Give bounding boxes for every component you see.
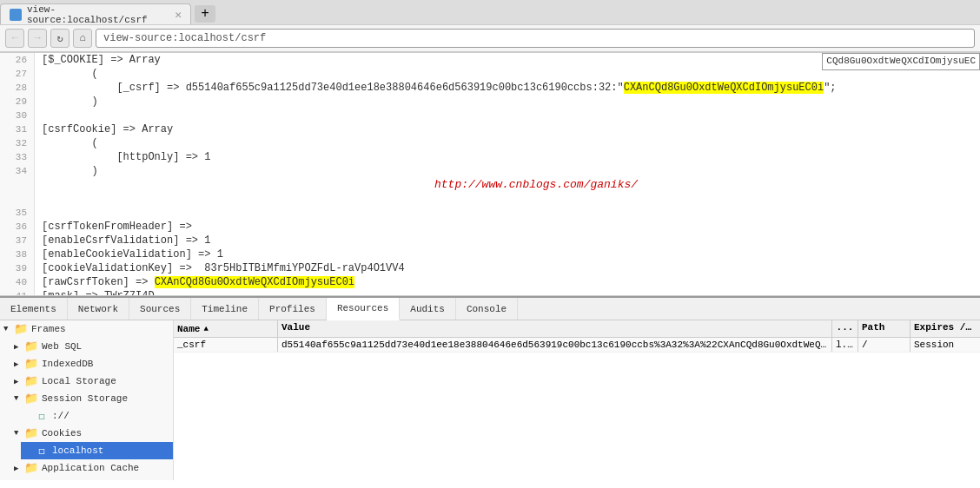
devtools-main: Name ▲ Value ... Path Expires / M... [174, 320, 980, 480]
page-icon: ◻ [35, 444, 49, 458]
tab-network[interactable]: Network [68, 298, 129, 320]
folder-icon: 📁 [24, 461, 38, 475]
tab-resources[interactable]: Resources [327, 298, 400, 320]
cell-value: d55140af655c9a1125dd73e40d1ee18e38804646… [278, 338, 832, 352]
code-line: 40 [rawCsrfToken] => CXAnCQd8Gu0OxdtWeQX… [0, 275, 980, 289]
col-header-expires[interactable]: Expires / M... [910, 320, 980, 337]
arrow-icon [24, 412, 35, 420]
sidebar-item-frames[interactable]: ▼ 📁 Frames [0, 320, 173, 338]
code-area: CQd8Gu0OxdtWeQXCdIOmjysuEC 26 [$_COOKIE]… [0, 53, 980, 296]
devtools-sidebar: ▼ 📁 Frames ▶ 📁 Web SQL ▶ 📁 IndexedDB ▶ 📁… [0, 320, 174, 480]
code-line: 38 [enableCookieValidation] => 1 [0, 247, 980, 261]
arrow-icon: ▶ [14, 377, 24, 386]
code-line: 33 [httpOnly] => 1 [0, 150, 980, 164]
col-header-dots[interactable]: ... [832, 320, 858, 337]
tab-favicon [10, 9, 22, 21]
nav-bar: ← → ↻ ⌂ view-source:localhost/csrf [0, 24, 980, 52]
col-header-name[interactable]: Name ▲ [174, 320, 278, 337]
folder-icon: 📁 [24, 392, 38, 406]
home-button[interactable]: ⌂ [73, 29, 92, 48]
sidebar-label: Cookies [42, 428, 82, 439]
code-line: 34 ) http://www.cnblogs.com/ganiks/ [0, 164, 980, 206]
arrow-icon: ▶ [14, 464, 24, 473]
sidebar-label: Application Cache [42, 463, 139, 473]
cell-dots: l... [832, 338, 858, 352]
search-box[interactable]: CQd8Gu0OxdtWeQXCdIOmjysuEC [822, 53, 980, 70]
new-tab-button[interactable]: + [195, 5, 215, 23]
tab-profiles[interactable]: Profiles [259, 298, 327, 320]
cell-path: / [858, 338, 910, 352]
code-line: 35 [0, 206, 980, 220]
code-content: 26 [$_COOKIE] => Array 27 ( 28 [_csrf] =… [0, 53, 980, 296]
tab-elements[interactable]: Elements [0, 298, 68, 320]
sidebar-label: :// [52, 411, 70, 421]
sidebar-label: Local Storage [42, 376, 116, 386]
highlight-raw-token: CXAnCQd8Gu0OxdtWeQXCdIOmjysuEC0i [155, 276, 354, 288]
code-line: 41 [mask] => TWrZ7I4D [0, 289, 980, 296]
tab-close-button[interactable]: ✕ [175, 8, 182, 22]
sidebar-item-local-storage[interactable]: ▶ 📁 Local Storage [10, 373, 173, 390]
forward-button[interactable]: → [28, 29, 47, 48]
tab-bar: view-source:localhost/csrf ✕ + [0, 0, 980, 24]
browser-chrome: view-source:localhost/csrf ✕ + ← → ↻ ⌂ v… [0, 0, 980, 53]
devtools-tab-bar: Elements Network Sources Timeline Profil… [0, 298, 980, 320]
table-row[interactable]: _csrf d55140af655c9a1125dd73e40d1ee18e38… [174, 338, 980, 353]
page-icon: ◻ [35, 409, 49, 423]
devtools-body: ▼ 📁 Frames ▶ 📁 Web SQL ▶ 📁 IndexedDB ▶ 📁… [0, 320, 980, 480]
back-button[interactable]: ← [5, 29, 24, 48]
code-line: 30 [0, 109, 980, 122]
watermark-text: http://www.cnblogs.com/ganiks/ [434, 178, 638, 192]
reload-button[interactable]: ↻ [50, 29, 70, 48]
code-line: 28 [_csrf] => d55140af655c9a1125dd73e40d… [0, 81, 980, 95]
code-line: 37 [enableCsrfValidation] => 1 [0, 234, 980, 247]
tab-title: view-source:localhost/csrf [27, 4, 166, 25]
folder-icon: 📁 [24, 374, 38, 388]
arrow-icon [24, 446, 35, 455]
folder-icon: 📁 [24, 340, 38, 353]
sidebar-label: Frames [31, 324, 66, 334]
sort-arrow-icon: ▲ [203, 325, 208, 333]
folder-icon: 📁 [24, 426, 38, 440]
sidebar-item-session-item[interactable]: ◻ :// [21, 407, 173, 425]
arrow-icon: ▶ [14, 342, 24, 352]
tab-timeline[interactable]: Timeline [191, 298, 259, 320]
code-line: 31 [csrfCookie] => Array [0, 122, 980, 136]
sidebar-item-cookies[interactable]: ▼ 📁 Cookies [10, 425, 173, 442]
folder-icon: 📁 [14, 322, 28, 336]
cell-name: _csrf [174, 338, 278, 352]
address-bar[interactable]: view-source:localhost/csrf [96, 29, 975, 48]
sidebar-item-indexeddb[interactable]: ▶ 📁 IndexedDB [10, 355, 173, 373]
arrow-icon: ▼ [14, 429, 24, 438]
tab-console[interactable]: Console [456, 298, 518, 320]
search-value: CQd8Gu0OxdtWeQXCdIOmjysuEC [826, 56, 976, 66]
address-text: view-source:localhost/csrf [103, 32, 266, 44]
sidebar-label: Web SQL [42, 341, 82, 352]
tab-audits[interactable]: Audits [400, 298, 456, 320]
arrow-icon: ▼ [14, 394, 24, 403]
code-line: 36 [csrfTokenFromHeader] => [0, 220, 980, 234]
code-line: 39 [cookieValidationKey] => 83r5HbITBiMf… [0, 261, 980, 275]
sidebar-label: Session Storage [42, 393, 128, 404]
arrow-icon: ▶ [14, 359, 24, 369]
devtools-panel: Elements Network Sources Timeline Profil… [0, 296, 980, 480]
cell-expires: Session [910, 338, 980, 352]
sidebar-label: localhost [52, 445, 103, 456]
sidebar-item-web-sql[interactable]: ▶ 📁 Web SQL [10, 338, 173, 355]
code-line: 29 ) [0, 95, 980, 109]
sidebar-item-session-storage[interactable]: ▼ 📁 Session Storage [10, 390, 173, 407]
folder-icon: 📁 [24, 357, 38, 371]
col-header-path[interactable]: Path [858, 320, 910, 337]
active-tab[interactable]: view-source:localhost/csrf ✕ [0, 3, 191, 24]
sidebar-item-app-cache[interactable]: ▶ 📁 Application Cache [10, 459, 173, 477]
arrow-icon: ▼ [3, 325, 14, 333]
sidebar-item-localhost[interactable]: ◻ localhost [21, 442, 173, 459]
sidebar-label: IndexedDB [42, 359, 93, 369]
code-line: 32 ( [0, 136, 980, 150]
col-header-value[interactable]: Value [278, 320, 832, 337]
tab-sources[interactable]: Sources [129, 298, 191, 320]
table-header: Name ▲ Value ... Path Expires / M... [174, 320, 980, 338]
highlight-csrf-token: CXAnCQd8Gu0OxdtWeQXCdIOmjysuEC0i [624, 82, 824, 94]
